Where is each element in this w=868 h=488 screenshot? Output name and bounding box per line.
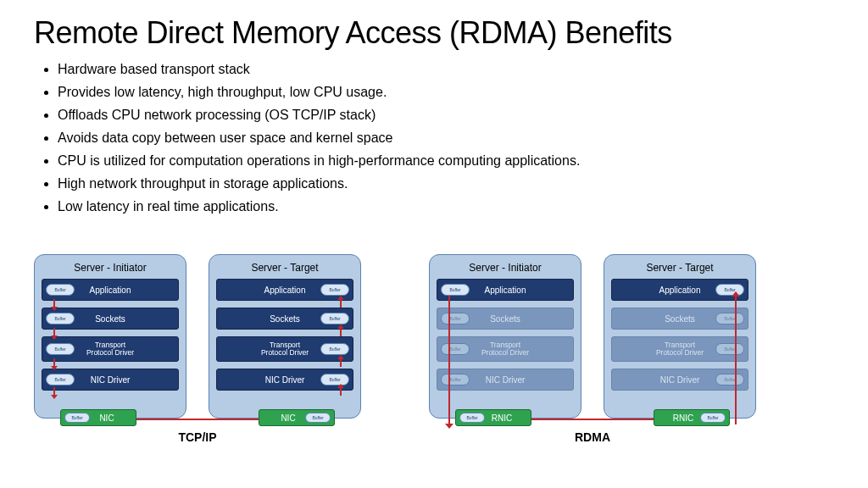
arrow-up-icon [340,299,342,308]
layer-sockets: Buffer Sockets [42,308,179,330]
bullet-item: Offloads CPU network processing (OS TCP/… [58,107,834,124]
layer-label: Sockets [490,314,520,324]
layer-label: Application [264,286,306,295]
layer-label: Application [90,286,131,295]
tcpip-pair: Server - Initiator Buffer Application Bu… [34,254,361,419]
layer-sockets-bypassed: Sockets Buffer [611,308,748,330]
server-title: Server - Initiator [42,262,179,274]
bullet-list: Hardware based transport stack Provides … [58,61,834,215]
arrow-down-icon [53,387,55,396]
layer-label: Application [485,286,526,295]
buffer-pill: Buffer [46,284,75,296]
layer-label: TransportProtocol Driver [261,341,309,358]
layer-transport-bypassed: TransportProtocol Driver Buffer [611,336,748,362]
buffer-pill: Buffer [305,413,331,423]
buffer-pill: Buffer [715,374,744,385]
layer-application: Buffer Application [42,279,179,301]
buffer-pill: Buffer [320,313,349,324]
tcp-server-target: Server - Target Application Buffer Socke… [209,254,361,419]
buffer-pill: Buffer [441,343,470,355]
layer-label: Sockets [95,314,125,324]
layer-transport-bypassed: Buffer TransportProtocol Driver [437,336,574,362]
rnic-card: RNIC Buffer [654,409,730,426]
buffer-pill: Buffer [320,284,349,296]
arrow-down-icon [53,328,55,336]
slide-title: Remote Direct Memory Access (RDMA) Benef… [34,15,834,51]
diagram-area: Server - Initiator Buffer Application Bu… [34,254,834,419]
layer-nic-driver-bypassed: Buffer NIC Driver [437,369,574,391]
server-title: Server - Initiator [437,262,574,274]
server-title: Server - Target [216,262,353,274]
rdma-pair: Server - Initiator Buffer Application Bu… [429,254,756,419]
buffer-pill: Buffer [320,374,349,385]
arrow-up-icon [340,328,342,336]
nic-label: RNIC [492,413,512,423]
layer-application: Buffer Application [437,279,574,301]
nic-card: NIC Buffer [259,409,335,426]
arrow-down-icon [53,299,55,308]
buffer-pill: Buffer [46,313,75,324]
bullet-item: Hardware based transport stack [58,61,834,78]
arrow-up-icon [340,358,342,367]
layer-label: Sockets [270,314,300,324]
layer-label: NIC Driver [486,375,526,385]
layer-nic-driver: NIC Driver Buffer [216,369,353,391]
layer-label: Application [659,286,701,295]
bullet-item: CPU is utilized for computation operatio… [58,152,834,169]
buffer-pill: Buffer [441,284,470,296]
buffer-pill: Buffer [441,313,470,324]
layer-nic-driver: Buffer NIC Driver [42,369,179,391]
buffer-pill: Buffer [715,343,744,355]
layer-label: TransportProtocol Driver [481,341,529,358]
bullet-item: High network throughput in storage appli… [58,175,834,192]
buffer-pill: Buffer [459,413,485,423]
layer-label: Sockets [665,314,695,324]
buffer-pill: Buffer [320,343,349,355]
bullet-item: Low latency in real time applications. [58,198,834,215]
rdma-server-initiator: Server - Initiator Buffer Application Bu… [429,254,581,419]
layer-transport: Buffer TransportProtocol Driver [42,336,179,362]
protocol-label: TCP/IP [34,430,361,444]
rdma-server-target: Server - Target Application Buffer Socke… [604,254,756,419]
buffer-pill: Buffer [64,413,90,423]
buffer-pill: Buffer [441,374,470,385]
layer-label: TransportProtocol Driver [86,341,134,358]
bypass-arrow-up-icon [735,296,737,424]
layer-sockets: Sockets Buffer [216,308,353,330]
nic-card: Buffer NIC [60,409,136,426]
tcp-server-initiator: Server - Initiator Buffer Application Bu… [34,254,186,419]
nic-label: NIC [281,413,295,423]
layer-application: Application Buffer [611,279,748,301]
bullet-item: Provides low latency, high throughput, l… [58,84,834,101]
protocol-label: RDMA [429,430,756,444]
buffer-pill: Buffer [46,374,75,385]
layer-sockets-bypassed: Buffer Sockets [437,308,574,330]
layer-nic-driver-bypassed: NIC Driver Buffer [611,369,748,391]
layer-transport: TransportProtocol Driver Buffer [216,336,353,362]
layer-label: NIC Driver [265,375,305,385]
bullet-item: Avoids data copy between user space and … [58,130,834,147]
nic-label: NIC [99,413,114,423]
layer-application: Application Buffer [216,279,353,301]
server-title: Server - Target [611,262,748,274]
arrow-down-icon [53,358,55,367]
arrow-up-icon [340,387,342,396]
buffer-pill: Buffer [700,413,726,423]
bypass-arrow-down-icon [448,296,450,424]
layer-label: NIC Driver [660,375,700,385]
buffer-pill: Buffer [715,313,744,324]
buffer-pill: Buffer [46,343,75,355]
layer-label: NIC Driver [91,375,131,385]
layer-label: TransportProtocol Driver [656,341,704,358]
rnic-card: Buffer RNIC [455,409,531,426]
nic-label: RNIC [673,413,693,423]
